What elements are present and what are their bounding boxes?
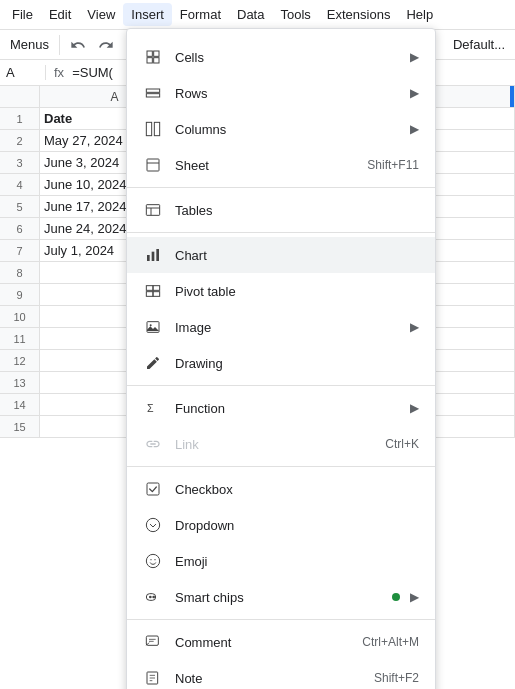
- note-shortcut: Shift+F2: [374, 671, 419, 685]
- svg-rect-15: [156, 249, 159, 261]
- svg-point-30: [152, 596, 155, 599]
- cells-label: Cells: [175, 50, 406, 65]
- svg-rect-7: [154, 122, 159, 135]
- svg-rect-4: [146, 89, 159, 92]
- emoji-label: Emoji: [175, 554, 419, 569]
- function-icon: Σ: [143, 398, 163, 418]
- svg-rect-0: [147, 51, 152, 56]
- note-icon: [143, 668, 163, 688]
- menu-section-5: Checkbox Dropdown Emoji Smart chips: [127, 467, 435, 620]
- svg-rect-17: [153, 286, 160, 291]
- svg-point-21: [150, 324, 152, 326]
- insert-tables-item[interactable]: Tables: [127, 192, 435, 228]
- insert-function-item[interactable]: Σ Function ▶: [127, 390, 435, 426]
- smart-chips-dot: [392, 593, 400, 601]
- chart-icon: [143, 245, 163, 265]
- comment-label: Comment: [175, 635, 354, 650]
- smart-chips-right: ▶: [392, 590, 419, 604]
- columns-icon: [143, 119, 163, 139]
- checkbox-icon: [143, 479, 163, 499]
- svg-rect-19: [153, 292, 160, 297]
- sheet-shortcut: Shift+F11: [367, 158, 419, 172]
- link-icon: [143, 434, 163, 454]
- tables-icon: [143, 200, 163, 220]
- dropdown-icon: [143, 515, 163, 535]
- svg-rect-6: [146, 122, 151, 135]
- smart-chips-arrow: ▶: [410, 590, 419, 604]
- svg-rect-5: [146, 94, 159, 97]
- rows-icon: [143, 83, 163, 103]
- menu-section-6: Comment Ctrl+Alt+M Note Shift+F2: [127, 620, 435, 689]
- rows-label: Rows: [175, 86, 406, 101]
- image-arrow: ▶: [410, 320, 419, 334]
- insert-link-item: Link Ctrl+K: [127, 426, 435, 462]
- pivot-icon: [143, 281, 163, 301]
- svg-point-29: [149, 596, 152, 599]
- svg-point-26: [150, 559, 151, 560]
- insert-dropdown-menu: Cells ▶ Rows ▶ Columns ▶: [126, 28, 436, 689]
- insert-cells-item[interactable]: Cells ▶: [127, 39, 435, 75]
- svg-rect-23: [147, 483, 159, 495]
- insert-drawing-item[interactable]: Drawing: [127, 345, 435, 381]
- svg-rect-14: [152, 252, 155, 261]
- insert-smart-chips-item[interactable]: Smart chips ▶: [127, 579, 435, 615]
- image-label: Image: [175, 320, 406, 335]
- dropdown-label: Dropdown: [175, 518, 419, 533]
- pivot-label: Pivot table: [175, 284, 419, 299]
- columns-arrow: ▶: [410, 122, 419, 136]
- dropdown-overlay: Cells ▶ Rows ▶ Columns ▶: [0, 0, 515, 689]
- insert-image-item[interactable]: Image ▶: [127, 309, 435, 345]
- insert-columns-item[interactable]: Columns ▶: [127, 111, 435, 147]
- chart-label: Chart: [175, 248, 419, 263]
- sheet-icon: [143, 155, 163, 175]
- comment-icon: [143, 632, 163, 652]
- note-label: Note: [175, 671, 366, 686]
- svg-rect-16: [146, 286, 153, 291]
- rows-arrow: ▶: [410, 86, 419, 100]
- comment-shortcut: Ctrl+Alt+M: [362, 635, 419, 649]
- svg-rect-13: [147, 255, 150, 261]
- svg-text:Σ: Σ: [147, 402, 154, 414]
- insert-note-item[interactable]: Note Shift+F2: [127, 660, 435, 689]
- svg-rect-1: [154, 51, 159, 56]
- svg-point-25: [146, 554, 159, 567]
- columns-label: Columns: [175, 122, 406, 137]
- svg-point-24: [146, 518, 159, 531]
- svg-rect-10: [146, 205, 159, 216]
- tables-label: Tables: [175, 203, 419, 218]
- svg-rect-3: [154, 58, 159, 63]
- smart-chips-label: Smart chips: [175, 590, 392, 605]
- function-arrow: ▶: [410, 401, 419, 415]
- link-shortcut: Ctrl+K: [385, 437, 419, 451]
- svg-point-27: [154, 559, 155, 560]
- drawing-icon: [143, 353, 163, 373]
- insert-emoji-item[interactable]: Emoji: [127, 543, 435, 579]
- checkbox-label: Checkbox: [175, 482, 419, 497]
- menu-section-4: Σ Function ▶ Link Ctrl+K: [127, 386, 435, 467]
- menu-section-2: Tables: [127, 188, 435, 233]
- smart-chips-icon: [143, 587, 163, 607]
- insert-checkbox-item[interactable]: Checkbox: [127, 471, 435, 507]
- insert-sheet-item[interactable]: Sheet Shift+F11: [127, 147, 435, 183]
- emoji-icon: [143, 551, 163, 571]
- cells-arrow: ▶: [410, 50, 419, 64]
- function-label: Function: [175, 401, 406, 416]
- sheet-label: Sheet: [175, 158, 359, 173]
- cells-icon: [143, 47, 163, 67]
- insert-pivot-item[interactable]: Pivot table: [127, 273, 435, 309]
- svg-rect-8: [147, 159, 159, 171]
- menu-section-1: Cells ▶ Rows ▶ Columns ▶: [127, 35, 435, 188]
- link-label: Link: [175, 437, 377, 452]
- insert-rows-item[interactable]: Rows ▶: [127, 75, 435, 111]
- svg-rect-2: [147, 58, 152, 63]
- image-icon: [143, 317, 163, 337]
- insert-comment-item[interactable]: Comment Ctrl+Alt+M: [127, 624, 435, 660]
- svg-rect-18: [146, 292, 153, 297]
- insert-dropdown-item[interactable]: Dropdown: [127, 507, 435, 543]
- menu-section-3: Chart Pivot table Image ▶ Drawing: [127, 233, 435, 386]
- drawing-label: Drawing: [175, 356, 419, 371]
- insert-chart-item[interactable]: Chart: [127, 237, 435, 273]
